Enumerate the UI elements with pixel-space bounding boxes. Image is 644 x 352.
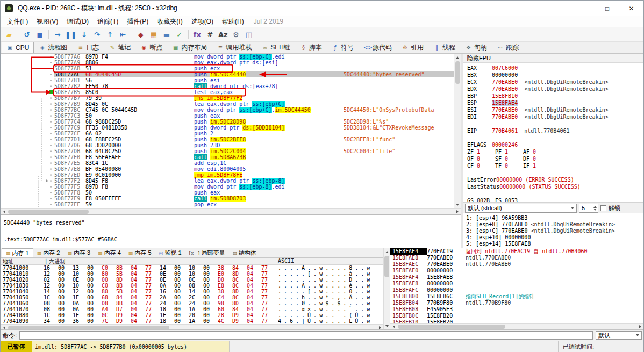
disasm-row[interactable]: 5D8F77C468 988DC25Dpush im.5DC28D985DC28… xyxy=(1,119,454,125)
register-row[interactable]: ECX770EABE0<ntdll.DbgUiRemoteBreakin> xyxy=(467,78,643,85)
stack-row[interactable]: 15E8FAF415E8FAE8 xyxy=(390,274,643,281)
tab-call-stack[interactable]: ≣调用堆栈 xyxy=(212,42,256,53)
scroll-thumb[interactable] xyxy=(455,61,460,84)
disasm-row[interactable]: 5D8F77D168 F8BFC25Dpush im.5DC2BFF85DC2B… xyxy=(1,137,454,142)
stack-row[interactable]: 15E8FAEC770EABE0ntdll.770EABE0 xyxy=(390,261,643,268)
dump-row[interactable]: 77041090340036007CD9047718001A004CD90477… xyxy=(1,318,383,324)
stack-row[interactable]: 15E8FB1015E8FB20 xyxy=(390,319,643,323)
tab-trace[interactable]: ⋯跟踪 xyxy=(492,42,524,53)
register-row[interactable]: ESI770EABE0<ntdll.DbgUiRemoteBreakin> xyxy=(467,106,643,113)
dump-row[interactable]: 7704104014001200805B047716001400308D0477… xyxy=(1,289,383,294)
tab-dump-1[interactable]: ▦内存 1 xyxy=(2,248,33,257)
scroll-right-icon[interactable] xyxy=(379,326,381,329)
argument-row[interactable]: 1: [esp+4] 96A59BB3 xyxy=(466,215,643,221)
register-row[interactable]: LastError00000000 (ERROR_SUCCESS) xyxy=(467,176,643,183)
disasm-row[interactable]: 5D8F77AC68 4044C45Dpush im.5DC444405DC44… xyxy=(1,71,454,77)
dump-row[interactable]: 770410501C001E00688404772A002C00C48C0477… xyxy=(1,294,383,300)
register-row[interactable]: OF 0SF 0DF 0 xyxy=(467,155,643,162)
scroll-down-icon[interactable] xyxy=(456,204,459,206)
run-icon[interactable]: → xyxy=(51,28,64,40)
stack-row[interactable]: 15E8FB04770B9F80ntdll.770B9F80 xyxy=(390,300,643,306)
tab-cpu[interactable]: ▣CPU xyxy=(2,42,34,53)
scroll-left-icon[interactable] xyxy=(3,210,5,213)
register-row[interactable]: EDI770EABE0<ntdll.DbgUiRemoteBreakin> xyxy=(467,113,643,120)
disasm-row[interactable]: 5D8F77A98B06mov eax,dword ptr ds:[esi] xyxy=(1,60,454,66)
tab-dump-4[interactable]: ▦内存 4 xyxy=(94,248,125,257)
menu-item[interactable]: 收藏夹(I) xyxy=(153,16,187,27)
menu-item[interactable]: 文件(F) xyxy=(3,16,32,27)
stop-icon[interactable]: ◼ xyxy=(33,28,46,40)
register-row[interactable]: EDX770EABE0<ntdll.DbgUiRemoteBreakin> xyxy=(467,85,643,92)
argument-row[interactable]: 2: [esp+8] 770EABE0 <ntdll.DbgUiRemoteBr… xyxy=(466,221,643,228)
open-file-icon[interactable]: ▰ xyxy=(3,28,16,40)
calling-convention-dropdown[interactable]: 默认 (stdcall) xyxy=(465,204,577,213)
menu-item[interactable]: 插件(P) xyxy=(123,16,153,27)
step-over-icon[interactable]: ↷ xyxy=(91,28,104,40)
run-to-return-icon[interactable]: ⇤ xyxy=(117,28,130,40)
tab-source[interactable]: <>源代码 xyxy=(359,42,397,53)
tab-handles[interactable]: ❖句柄 xyxy=(460,42,492,53)
scroll-right-icon[interactable] xyxy=(639,325,641,328)
dump-rows[interactable]: 7704100016001300C08B04771400100038840477… xyxy=(1,265,383,324)
menu-item[interactable]: 视图(V) xyxy=(32,16,62,27)
disasm-row[interactable]: 5D8F77CF6A 02push 2 xyxy=(1,131,454,137)
unlock-checkbox[interactable] xyxy=(600,205,606,211)
register-row[interactable]: ESP15E8FAE4 xyxy=(467,99,643,106)
comment-icon[interactable]: ▬ xyxy=(160,28,173,40)
dump-row[interactable]: 7704100016001300C08B04771400100038840477… xyxy=(1,265,383,271)
functions-icon[interactable]: fx xyxy=(191,28,204,40)
call-arguments-list[interactable]: 1: [esp+4] 96A59BB32: [esp+8] 770EABE0 <… xyxy=(463,213,643,248)
tab-references[interactable]: ※引用 xyxy=(397,42,428,53)
tab-dump-3[interactable]: ▦内存 3 xyxy=(63,248,94,257)
stack-row[interactable]: 15E8FAE4770EAC19返回到 ntdll.770EAC19 自 ntd… xyxy=(390,248,643,255)
dump-row[interactable]: 7704103012001000C08B04770A000800E88C0477… xyxy=(1,283,383,289)
disasm-row[interactable]: 5D8F77F5897D F8mov dword ptr ss:[ebp-8],… xyxy=(1,184,454,190)
label-check-icon[interactable]: ✓ xyxy=(173,28,186,40)
disasm-row[interactable]: 5D8F77AB51push ecx xyxy=(1,66,454,71)
scroll-up-icon[interactable] xyxy=(456,56,459,59)
restart-icon[interactable]: ↺ xyxy=(20,28,33,40)
memory-search-icon[interactable]: ◫ xyxy=(242,28,255,40)
disasm-row[interactable]: 5D8F77E583C4 1Cadd esp,1C xyxy=(1,160,454,166)
disasm-row[interactable]: 5D8F77E8BF 05400080mov edi,80004005 xyxy=(1,166,454,172)
menu-item[interactable]: 追踪(T) xyxy=(93,16,123,27)
scroll-left-icon[interactable] xyxy=(393,325,395,328)
tab-threads[interactable]: ‖线程 xyxy=(428,42,460,53)
dump-row[interactable]: 770410801C001E000CD904771E00200028D90477… xyxy=(1,312,383,318)
register-row[interactable]: CF 0TF 0IF 1 xyxy=(467,162,643,169)
register-row[interactable]: GS 002BFS 0053 xyxy=(467,197,643,202)
tab-struct[interactable]: ▤结构体 xyxy=(228,248,260,257)
disasm-row[interactable]: 5D8F77C350push eax xyxy=(1,113,454,119)
scroll-right-icon[interactable] xyxy=(456,210,459,213)
scroll-up-icon[interactable] xyxy=(385,251,389,253)
step-out-icon[interactable]: ↑ xyxy=(104,28,117,40)
disasm-row[interactable]: 5D8F77B2FF50 78call dword ptr ds:[eax+78… xyxy=(1,83,454,89)
stack-row[interactable]: 15E8FAF800000000 xyxy=(390,281,643,287)
step-into-icon[interactable]: ↓ xyxy=(78,28,91,40)
scroll-thumb[interactable] xyxy=(384,256,389,277)
disasm-row[interactable]: 5D8F77B585C0test eax,eax xyxy=(1,89,454,95)
tab-notes[interactable]: ✎笔记 xyxy=(104,42,135,53)
stack-row[interactable]: 15E8FB0C15E8FB20 xyxy=(390,313,643,319)
argument-count-stepper[interactable]: 5 xyxy=(579,204,598,213)
disasm-horizontal-scrollbar[interactable] xyxy=(1,208,461,214)
disasm-row[interactable]: 5D8F77B156push esi xyxy=(1,77,454,83)
tab-memory-map[interactable]: ▦内存布局 xyxy=(167,42,212,53)
settings-gear-icon[interactable]: ⚙ xyxy=(230,28,242,40)
register-list[interactable]: EAX007C6000EBX00000000ECX770EABE0<ntdll.… xyxy=(463,63,643,202)
pause-icon[interactable]: ❚❚ xyxy=(64,28,78,40)
tab-script[interactable]: §脚本 xyxy=(295,42,327,53)
disasm-row[interactable]: 5D8F77D668 3D020000push 23D xyxy=(1,142,454,148)
stack-row[interactable]: 15E8FB0015E8FB6C指向SEH_Record[1]的指针 xyxy=(390,293,643,300)
disasm-row[interactable]: 5D8F77F9E8 050FFEFFcall im.5D8D8703 xyxy=(1,196,454,202)
register-row[interactable]: EBX00000000 xyxy=(467,71,643,78)
register-row[interactable]: EIP770B4061ntdll.770B4061 xyxy=(467,127,643,134)
spin-up-icon[interactable] xyxy=(593,206,597,208)
stack-rows[interactable]: 15E8FAE4770EAC19返回到 ntdll.770EAC19 自 ntd… xyxy=(390,248,643,323)
tab-seh[interactable]: ∞SEH链 xyxy=(256,42,295,53)
disasm-row[interactable]: 5D8F77E0E8 56EAFAFFcall im.5D8A623B xyxy=(1,154,454,160)
tab-breakpoints[interactable]: ◉断点 xyxy=(135,42,167,53)
command-profile-dropdown[interactable]: 默认 xyxy=(596,331,642,340)
disasm-row[interactable]: 5D8F77B98D45 0Clea eax,dword ptr ss:[ebp… xyxy=(1,101,454,107)
disasm-row[interactable]: 5D8F77B779 39jns im.5D8F77F2 xyxy=(1,95,454,101)
